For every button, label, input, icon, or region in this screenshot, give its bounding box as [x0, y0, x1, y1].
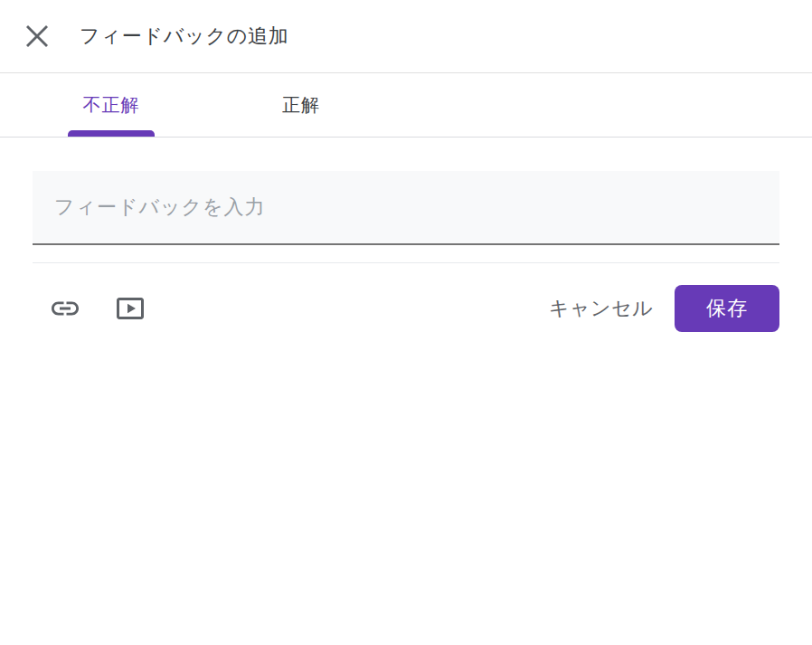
tab-incorrect[interactable]: 不正解: [16, 73, 206, 137]
dialog-body: キャンセル 保存: [0, 138, 812, 332]
save-button[interactable]: 保存: [675, 285, 779, 332]
cancel-button[interactable]: キャンセル: [542, 285, 660, 332]
insert-video-button[interactable]: [112, 290, 148, 327]
actions-row: キャンセル 保存: [33, 285, 779, 332]
close-button[interactable]: [25, 24, 49, 48]
tab-bar: 不正解 正解: [0, 73, 812, 138]
tab-correct[interactable]: 正解: [206, 73, 396, 137]
insert-link-icon: [49, 292, 81, 325]
close-icon: [25, 24, 49, 48]
tab-incorrect-label: 不正解: [83, 93, 140, 118]
active-tab-indicator: [68, 130, 155, 137]
separator-line: [33, 262, 779, 263]
feedback-input[interactable]: [33, 171, 779, 245]
dialog-header: フィードバックの追加: [0, 0, 812, 73]
tab-correct-label: 正解: [282, 93, 320, 118]
insert-link-button[interactable]: [47, 290, 83, 327]
insert-video-icon: [114, 292, 146, 325]
dialog-title: フィードバックの追加: [80, 23, 289, 50]
